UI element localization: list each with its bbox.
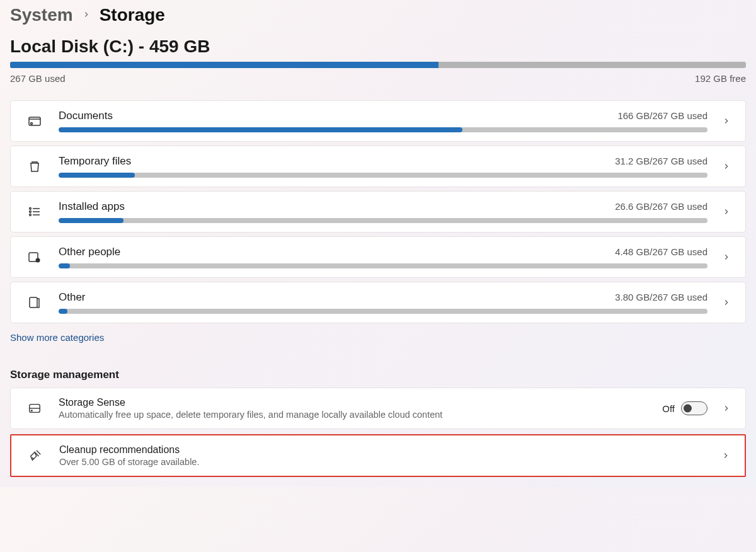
chevron-right-icon <box>719 404 734 413</box>
people-icon <box>22 250 47 265</box>
show-more-categories-link[interactable]: Show more categories <box>10 332 104 343</box>
category-usage: 31.2 GB/267 GB used <box>615 156 707 166</box>
category-bar-fill <box>59 309 67 314</box>
category-usage: 3.80 GB/267 GB used <box>615 292 707 302</box>
chevron-right-icon <box>719 162 734 171</box>
storage-sense-toggle-label: Off <box>662 403 675 414</box>
category-bar <box>59 173 707 178</box>
cleanup-title: Cleanup recommendations <box>59 444 707 456</box>
storage-sense-desc: Automatically free up space, delete temp… <box>59 410 651 420</box>
chevron-right-icon <box>719 253 734 262</box>
category-title: Temporary files <box>59 155 131 168</box>
disk-title: Local Disk (C:) - 459 GB <box>10 37 746 57</box>
breadcrumb-parent[interactable]: System <box>10 5 73 25</box>
storage-management-heading: Storage management <box>10 369 746 381</box>
apps-icon <box>22 204 47 219</box>
category-bar <box>59 218 707 223</box>
chevron-right-icon <box>719 207 734 216</box>
trash-icon <box>22 159 47 174</box>
chevron-right-icon <box>82 9 91 22</box>
category-bar-fill <box>59 173 135 178</box>
category-usage: 166 GB/267 GB used <box>617 110 707 121</box>
broom-icon <box>23 449 48 463</box>
category-bar-fill <box>59 263 70 268</box>
cleanup-desc: Over 5.00 GB of storage available. <box>59 457 707 467</box>
category-card-documents[interactable]: Documents166 GB/267 GB used <box>10 100 746 142</box>
breadcrumb: System Storage <box>10 5 746 25</box>
disk-usage-fill <box>10 62 438 68</box>
category-title: Installed apps <box>59 200 125 213</box>
category-bar-fill <box>59 127 462 132</box>
chevron-right-icon <box>719 117 734 125</box>
disk-used-label: 267 GB used <box>10 73 66 84</box>
drive-icon <box>22 401 47 415</box>
category-title: Documents <box>59 110 113 122</box>
category-usage: 4.48 GB/267 GB used <box>615 246 707 257</box>
toggle-knob <box>684 405 692 413</box>
category-card-temp[interactable]: Temporary files31.2 GB/267 GB used <box>10 146 746 187</box>
other-icon <box>22 295 47 310</box>
cleanup-recommendations-card[interactable]: Cleanup recommendations Over 5.00 GB of … <box>10 434 746 477</box>
disk-usage-bar <box>10 62 746 68</box>
category-card-other[interactable]: Other3.80 GB/267 GB used <box>10 282 746 323</box>
chevron-right-icon <box>719 298 734 307</box>
disk-free-label: 192 GB free <box>695 73 746 84</box>
category-title: Other people <box>59 246 120 258</box>
chevron-right-icon <box>718 451 733 460</box>
documents-icon <box>22 113 47 129</box>
category-bar-fill <box>59 218 123 223</box>
category-card-apps[interactable]: Installed apps26.6 GB/267 GB used <box>10 191 746 233</box>
storage-sense-toggle[interactable] <box>681 401 707 415</box>
category-usage: 26.6 GB/267 GB used <box>615 201 707 212</box>
category-bar <box>59 127 707 132</box>
storage-sense-title: Storage Sense <box>59 397 651 408</box>
category-bar <box>59 309 707 314</box>
storage-sense-card[interactable]: Storage Sense Automatically free up spac… <box>10 388 746 429</box>
category-title: Other <box>59 291 86 304</box>
breadcrumb-current: Storage <box>100 5 165 25</box>
category-card-other-people[interactable]: Other people4.48 GB/267 GB used <box>10 236 746 278</box>
category-bar <box>59 263 707 268</box>
